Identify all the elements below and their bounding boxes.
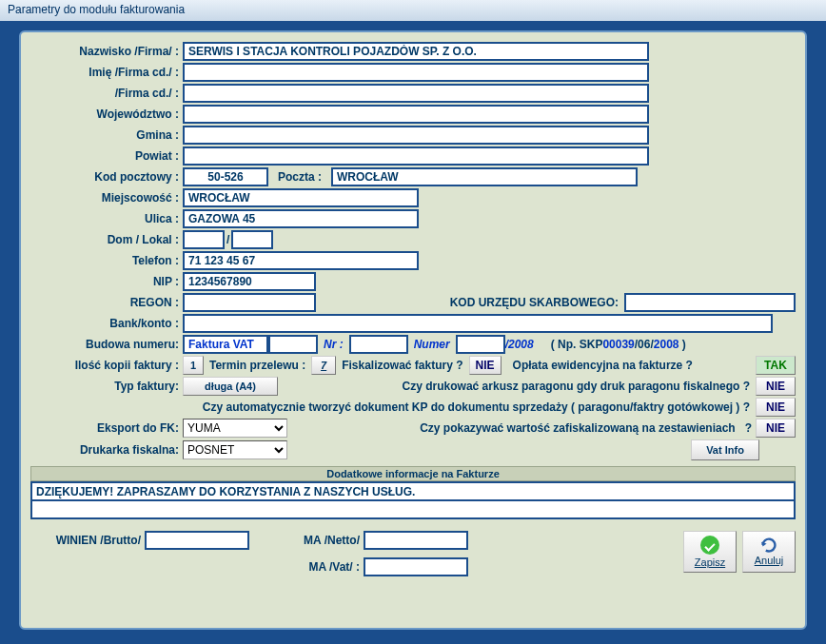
input-dodatkowe-2[interactable] xyxy=(30,500,796,519)
btn-anuluj[interactable]: Anuluj xyxy=(742,531,796,573)
label-miejsc: Miejscowość : xyxy=(30,191,183,205)
input-budowa-numer[interactable] xyxy=(456,335,505,354)
input-kod-us[interactable] xyxy=(624,293,796,312)
toggle-czy-auto-kp[interactable]: NIE xyxy=(756,398,796,417)
toggle-czy-drukowac[interactable]: NIE xyxy=(756,377,796,396)
label-ma-netto: MA /Netto/ xyxy=(287,534,364,547)
input-gmina[interactable] xyxy=(183,126,649,145)
label-fiskalizowac: Fiskalizować faktury ? xyxy=(336,359,468,372)
question-mark: ? xyxy=(741,421,756,435)
btn-zapisz-label: Zapisz xyxy=(695,556,725,568)
input-budowa-blank[interactable] xyxy=(268,335,318,354)
label-czy-auto-kp: Czy automatycznie tworzyć dokument KP do… xyxy=(30,400,756,414)
label-kod-us: KOD URZĘDU SKARBOWEGO: xyxy=(444,296,624,309)
input-firmacd[interactable] xyxy=(183,84,649,103)
label-powiat: Powiat : xyxy=(30,149,183,163)
window-title: Parametry do modułu fakturowania xyxy=(0,0,826,21)
input-ulica[interactable] xyxy=(183,209,419,228)
input-bank[interactable] xyxy=(183,314,773,333)
label-termin: Termin przelewu : xyxy=(204,359,311,372)
label-bank: Bank/konto : xyxy=(30,317,183,330)
label-regon: REGON : xyxy=(30,296,183,309)
input-telefon[interactable] xyxy=(183,251,419,270)
label-czy-drukowac: Czy drukować arkusz paragonu gdy druk pa… xyxy=(278,380,756,393)
input-kod[interactable] xyxy=(183,167,268,186)
label-ilosc-kopii: Ilość kopii faktury : xyxy=(30,359,183,372)
label-nazwisko: Nazwisko /Firma/ : xyxy=(30,45,183,58)
label-drukarka: Drukarka fiskalna: xyxy=(30,443,183,457)
input-regon[interactable] xyxy=(183,293,316,312)
input-poczta[interactable] xyxy=(331,167,638,186)
toggle-czy-pokazywac[interactable]: NIE xyxy=(756,419,796,438)
label-imie: Imię /Firma cd./ : xyxy=(30,66,183,79)
input-imie[interactable] xyxy=(183,63,649,82)
input-miejsc[interactable] xyxy=(183,188,419,207)
input-nazwisko[interactable] xyxy=(183,42,649,61)
input-ma-netto[interactable] xyxy=(364,531,468,550)
btn-ilosc-kopii[interactable]: 1 xyxy=(183,356,204,375)
toggle-fiskalizowac[interactable]: NIE xyxy=(469,356,502,375)
example-text: ( Np. SKP00039/06/2008 ) xyxy=(540,338,686,351)
btn-termin[interactable]: 7 xyxy=(311,356,336,375)
dodatkowe-box xyxy=(30,481,796,519)
label-nr: Nr : xyxy=(318,338,349,351)
label-budowa: Budowa numeru: xyxy=(30,338,183,351)
input-nip[interactable] xyxy=(183,272,316,291)
label-rok: /2008 xyxy=(505,338,540,351)
label-poczta: Poczta : xyxy=(268,170,331,184)
label-kod: Kod pocztowy : xyxy=(30,170,183,184)
btn-zapisz[interactable]: Zapisz xyxy=(683,531,737,573)
toggle-oplata-ewid[interactable]: TAK xyxy=(756,356,796,375)
label-ulica: Ulica : xyxy=(30,212,183,225)
label-domlokal: Dom / Lokal : xyxy=(30,233,183,246)
label-gmina: Gmina : xyxy=(30,128,183,142)
main-panel: Nazwisko /Firma/ : Imię /Firma cd./ : /F… xyxy=(19,30,807,630)
label-slash: / xyxy=(225,233,231,246)
check-icon xyxy=(700,536,719,555)
label-telefon: Telefon : xyxy=(30,254,183,267)
app-window: Parametry do modułu fakturowania Nazwisk… xyxy=(0,0,826,644)
label-nip: NIP : xyxy=(30,275,183,288)
input-woj[interactable] xyxy=(183,105,649,124)
label-numer: Numer xyxy=(408,338,456,351)
select-eksport-fk[interactable]: YUMA xyxy=(183,419,287,438)
footer-buttons: Zapisz Anuluj xyxy=(683,531,796,573)
input-ma-vat[interactable] xyxy=(364,557,468,576)
input-budowa-prefix[interactable] xyxy=(183,335,268,354)
input-lokal[interactable] xyxy=(231,230,273,249)
undo-icon xyxy=(759,537,778,553)
label-oplata-ewid: Opłata ewidencyjna na fakturze ? xyxy=(502,359,756,372)
input-winien[interactable] xyxy=(145,531,249,550)
input-powiat[interactable] xyxy=(183,146,649,166)
btn-anuluj-label: Anuluj xyxy=(755,555,784,566)
input-dom[interactable] xyxy=(183,230,225,249)
input-dodatkowe-1[interactable] xyxy=(30,481,796,500)
btn-typ-faktury[interactable]: długa (A4) xyxy=(183,377,278,396)
label-woj: Województwo : xyxy=(30,107,183,121)
label-eksport-fk: Eksport do FK: xyxy=(30,421,183,435)
section-dodatkowe: Dodatkowe informacje na Fakturze xyxy=(30,466,796,481)
label-typ-faktury: Typ faktury: xyxy=(30,380,183,393)
select-drukarka[interactable]: POSNET xyxy=(183,440,287,459)
input-budowa-nr[interactable] xyxy=(349,335,408,354)
label-czy-pokazywac: Czy pokazywać wartość zafiskalizowaną na… xyxy=(287,421,741,435)
btn-vat-info[interactable]: Vat Info xyxy=(691,439,759,460)
label-ma-vat: MA /Vat/ : xyxy=(287,560,364,574)
label-firmacd: /Firma cd./ : xyxy=(30,87,183,100)
label-winien: WINIEN /Brutto/ xyxy=(30,534,145,547)
